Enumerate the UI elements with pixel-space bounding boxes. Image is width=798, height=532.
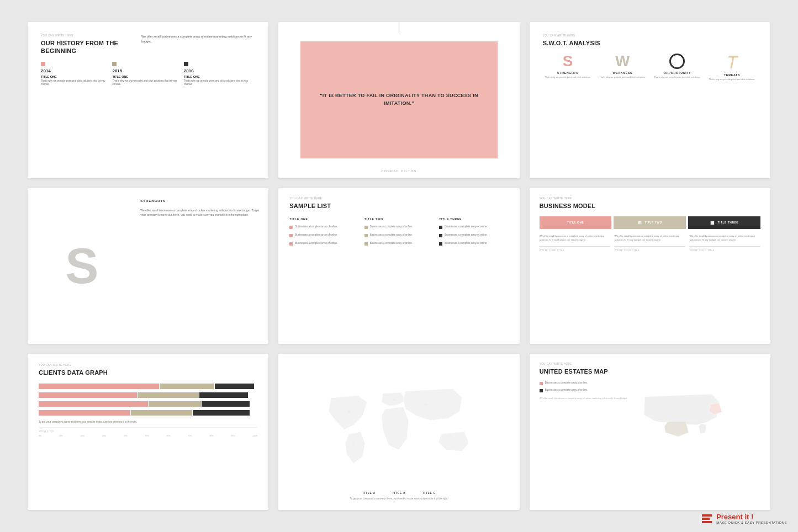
bm-col-2-text: We offer small businesses a complete arr… [615, 235, 685, 242]
slide-swot: YOU CAN WRITE HERE S.W.O.T. ANALYSIS S S… [530, 22, 770, 178]
swot-t: T THREATS That's why we provide point an… [707, 54, 757, 81]
list-sq-pink [289, 242, 293, 246]
slide-5-label: YOU CAN WRITE HERE [289, 197, 508, 200]
brand-bar-2 [702, 518, 710, 520]
legend-item-2: Businesses a complete array of online. [540, 389, 628, 392]
slide-1-title: OUR HISTORY FROM THE BEGINNING [41, 39, 136, 55]
us-map-wrap [633, 381, 760, 501]
bm-tabs: TITLE ONE ⊞ TITLE TWO ▦ TITLE THREE [540, 216, 760, 229]
timeline-item-2: 2015 TITLE ONE That's why we provide poi… [112, 62, 183, 87]
s-letter-section: S [28, 188, 136, 344]
bar-tan-2 [138, 392, 199, 398]
slide-7-label: YOU CAN WRITE HERE [39, 364, 257, 366]
swot-t-desc: That's why we provide point and click so… [707, 78, 757, 81]
bm-col-2: We offer small businesses a complete arr… [615, 235, 685, 252]
col-3-title: TITLE THREE [439, 217, 508, 221]
slide-3-label: YOU CAN WRITE HERE [543, 34, 757, 37]
bar-pink-2 [39, 392, 137, 398]
swot-s-desc: That's why we provide point and click so… [543, 76, 593, 79]
bar-row-1 [39, 384, 257, 389]
x-axis: 0% 10% 20% 30% 40% 50% 60% 70% 80% 90% 1… [39, 435, 257, 437]
list-col-1: TITLE ONE Businesses a complete array of… [289, 217, 358, 250]
slide-6-label: YOU CAN WRITE HERE [540, 197, 760, 200]
list-item-text: Businesses a complete array of online. [295, 242, 337, 246]
bm-tab-3-label: TITLE THREE [717, 221, 738, 224]
slide-quote: "IT IS BETTER TO FAIL IN ORIGINALITY THA… [278, 22, 519, 178]
swot-o-name: OPPORRTUNITY [652, 71, 702, 75]
brand-name: Present it ! [716, 513, 787, 521]
list-sq-tan [364, 234, 368, 237]
brand-bar-3 [702, 521, 712, 523]
bm-col-1-text: We offer small businesses a complete arr… [540, 235, 610, 242]
branding: Present it ! MAKE QUICK & EASY PRESENTAT… [702, 513, 787, 524]
legend-item-1: Businesses a complete array of online. [540, 381, 628, 385]
dot-2015 [112, 62, 117, 66]
slide-business-model: YOU CAN WRITE HERE BUSINESS MODEL TITLE … [530, 188, 770, 344]
col-1-title: TITLE ONE [289, 217, 358, 221]
list-sq-dark [439, 234, 442, 237]
bar-tan-1 [160, 384, 214, 389]
bar-pink-1 [39, 384, 159, 389]
bm-col-3: We offer small businesses a complete arr… [690, 235, 760, 252]
swot-grid: S STRENGHTS That's why we provide point … [543, 54, 757, 81]
map-label-c: TITLE C [422, 491, 436, 494]
list-columns: TITLE ONE Businesses a complete array of… [289, 217, 508, 250]
legend-sq-dark [540, 389, 543, 392]
subtitle-2016: TITLE ONE [184, 75, 255, 78]
col-2-title: TITLE TWO [364, 217, 434, 221]
bm-col-3-text: We offer small businesses a complete arr… [690, 235, 760, 242]
bm-tab-1-label: TITLE ONE [567, 221, 584, 224]
slide-sample-list: YOU CAN WRITE HERE SAMPLE LIST TITLE ONE… [278, 188, 519, 344]
quote-author: CONRAD HILTON [278, 164, 519, 178]
bm-col-1-link: WRITE YOUR TITLE [540, 246, 610, 252]
svg-point-1 [394, 399, 395, 401]
list-sq-dark [439, 226, 442, 229]
bm-col-1: We offer small businesses a complete arr… [540, 235, 610, 252]
list-item-text: Businesses a complete array of online. [370, 233, 413, 237]
swot-s-name: STRENGHTS [543, 71, 593, 75]
list-col-2: TITLE TWO Businesses a complete array of… [364, 217, 434, 250]
strengths-content: STRENGHTS We offer small businesses a co… [136, 188, 268, 344]
brand-icon [702, 514, 712, 523]
graph-desc: To get your company's name out there, yo… [39, 420, 257, 424]
slide-1-label: YOU CAN WRITE HERE [41, 34, 136, 37]
bar-row-3 [39, 401, 257, 407]
list-sq-tan [364, 226, 368, 229]
map-label-b: TITLE B [392, 491, 406, 494]
bar-row-4 [39, 410, 257, 416]
subtitle-2014: TITLE ONE [41, 75, 112, 78]
swot-o: OPPORRTUNITY That's why we provide point… [652, 54, 702, 81]
list-sq-dark [439, 242, 442, 246]
list-item: Businesses a complete array of online. [439, 242, 508, 246]
dot-2016 [184, 62, 188, 66]
slide-5-title: SAMPLE LIST [289, 202, 508, 210]
bar-row-2 [39, 392, 257, 398]
swot-w-name: WEAKNESS [598, 71, 648, 75]
swot-t-name: THREATS [707, 73, 757, 77]
dot-2014 [41, 62, 45, 66]
list-col-3: TITLE THREE Businesses a complete array … [439, 217, 508, 250]
list-sq-pink [289, 234, 293, 237]
map-desc: To get your company's name out there, yo… [289, 497, 508, 501]
world-map-svg [299, 375, 498, 475]
bar-pink-3 [39, 401, 148, 407]
list-item-text: Businesses a complete array of online. [370, 242, 413, 246]
map-label-a: TITLE A [362, 491, 376, 494]
y-label: YOUR TITLE [39, 427, 257, 433]
us-map-svg [633, 381, 738, 453]
bar-pink-4 [39, 410, 130, 416]
slide-9-label: YOU CAN WRITE HERE [540, 363, 760, 365]
list-item-text: Businesses a complete array of online. [295, 233, 337, 237]
list-item-text: Businesses a complete array of online. [445, 225, 487, 229]
swot-t-letter: T [707, 54, 757, 71]
timeline: 2014 TITLE ONE That's why we provide poi… [41, 62, 255, 87]
slide-world-map: TITLE A TITLE B TITLE C To get your comp… [278, 354, 519, 510]
swot-o-circle [669, 54, 685, 69]
strengths-text: We offer small businesses a complete arr… [140, 208, 260, 217]
bm-col-3-link: WRITE YOUR TITLE [690, 246, 760, 252]
swot-o-desc: That's why we provide point and click so… [652, 76, 702, 79]
brand-tagline: MAKE QUICK & EASY PRESENTATIONS [716, 521, 787, 524]
brand-bar-1 [702, 514, 712, 517]
bar-dark-3 [202, 401, 250, 407]
slide-strengths: S STRENGHTS We offer small businesses a … [28, 188, 268, 344]
